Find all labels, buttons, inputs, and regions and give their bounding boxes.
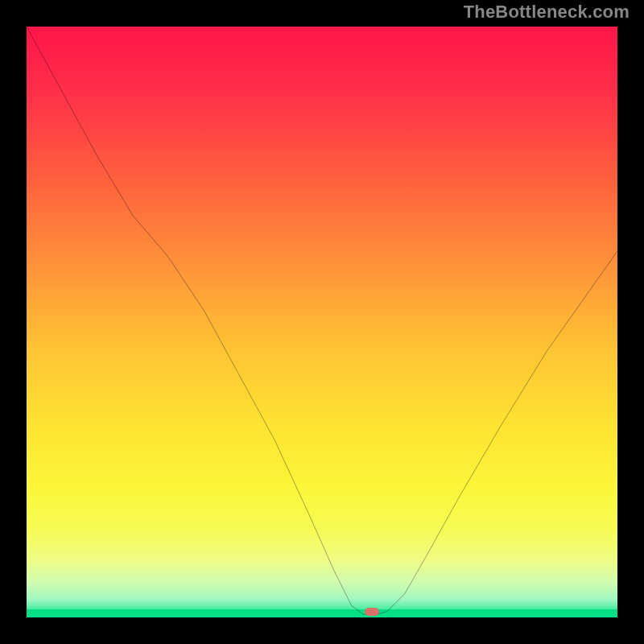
chart-frame: TheBottleneck.com: [0, 0, 644, 644]
background-gradient: [27, 27, 617, 617]
green-baseline-strip: [27, 609, 617, 617]
optimal-point-marker: [365, 608, 379, 616]
plot-area: [27, 27, 617, 617]
watermark-text: TheBottleneck.com: [464, 2, 630, 23]
